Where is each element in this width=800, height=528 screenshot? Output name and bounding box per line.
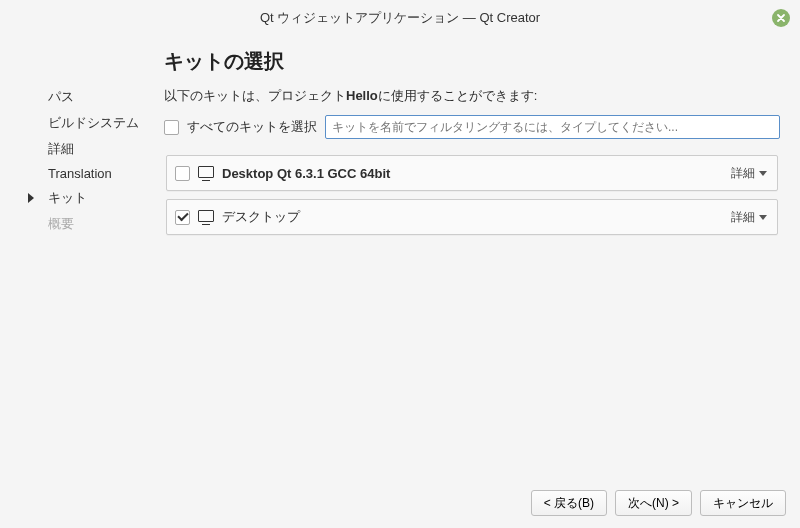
- select-all-checkbox[interactable]: [164, 120, 179, 135]
- kit-item[interactable]: Desktop Qt 6.3.1 GCC 64bit 詳細: [166, 155, 778, 191]
- kit-checkbox[interactable]: [175, 210, 190, 225]
- step-label: 詳細: [48, 141, 74, 156]
- chevron-down-icon: [759, 171, 767, 176]
- detail-label: 詳細: [731, 165, 755, 182]
- kit-list: Desktop Qt 6.3.1 GCC 64bit 詳細 デスクトップ 詳細: [164, 153, 780, 474]
- desktop-icon: [198, 166, 214, 180]
- step-details: 詳細: [26, 136, 154, 162]
- project-name: Hello: [346, 88, 378, 103]
- wizard-main: キットの選択 以下のキットは、プロジェクトHelloに使用することができます: …: [160, 36, 800, 474]
- kit-detail-button[interactable]: 詳細: [729, 163, 769, 184]
- desktop-icon: [198, 210, 214, 224]
- kit-detail-button[interactable]: 詳細: [729, 207, 769, 228]
- subtitle-pre: 以下のキットは、プロジェクト: [164, 88, 346, 103]
- kit-name: デスクトップ: [222, 208, 721, 226]
- back-button[interactable]: < 戻る(B): [531, 490, 607, 516]
- step-label: 概要: [48, 216, 74, 231]
- page-title: キットの選択: [164, 48, 780, 75]
- filter-row: すべてのキットを選択: [164, 115, 780, 139]
- step-label: パス: [48, 89, 74, 104]
- step-label: キット: [48, 190, 87, 205]
- kit-name: Desktop Qt 6.3.1 GCC 64bit: [222, 166, 721, 181]
- detail-label: 詳細: [731, 209, 755, 226]
- step-build-system: ビルドシステム: [26, 110, 154, 136]
- page-subtitle: 以下のキットは、プロジェクトHelloに使用することができます:: [164, 87, 780, 105]
- step-translation: Translation: [26, 162, 154, 185]
- wizard-sidebar: パス ビルドシステム 詳細 Translation キット 概要: [0, 36, 160, 474]
- close-icon: [776, 13, 786, 23]
- window-title: Qt ウィジェットアプリケーション — Qt Creator: [260, 9, 540, 27]
- step-kits: キット: [26, 185, 154, 211]
- kit-checkbox[interactable]: [175, 166, 190, 181]
- next-button[interactable]: 次へ(N) >: [615, 490, 692, 516]
- kit-filter-input[interactable]: [325, 115, 780, 139]
- wizard-buttons: < 戻る(B) 次へ(N) > キャンセル: [0, 480, 800, 528]
- chevron-down-icon: [759, 215, 767, 220]
- subtitle-post: に使用することができます:: [378, 88, 538, 103]
- wizard-window: Qt ウィジェットアプリケーション — Qt Creator パス ビルドシステ…: [0, 0, 800, 528]
- step-label: Translation: [48, 166, 112, 181]
- step-path: パス: [26, 84, 154, 110]
- close-button[interactable]: [772, 9, 790, 27]
- step-label: ビルドシステム: [48, 115, 139, 130]
- titlebar: Qt ウィジェットアプリケーション — Qt Creator: [0, 0, 800, 36]
- select-all-label: すべてのキットを選択: [187, 118, 317, 136]
- kit-item[interactable]: デスクトップ 詳細: [166, 199, 778, 235]
- cancel-button[interactable]: キャンセル: [700, 490, 786, 516]
- content-row: パス ビルドシステム 詳細 Translation キット 概要 キットの選択 …: [0, 36, 800, 480]
- step-summary: 概要: [26, 211, 154, 237]
